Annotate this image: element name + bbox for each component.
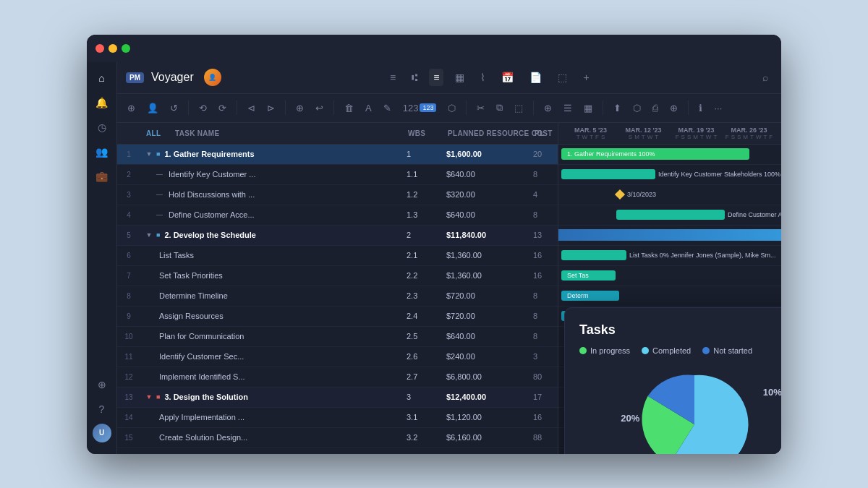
- tb-share-icon[interactable]: ↺: [166, 100, 182, 116]
- row-pl: 3: [529, 352, 558, 361]
- row-task-name: Create Solution Design...: [140, 433, 402, 442]
- tb-col-icon[interactable]: ☰: [559, 100, 576, 116]
- tb-attach-icon[interactable]: ⊕: [665, 100, 682, 116]
- table-row[interactable]: 6 List Tasks 2.1 $1,360.00 16: [117, 246, 558, 266]
- tb-user-icon[interactable]: 👤: [142, 100, 163, 116]
- tb-table-icon[interactable]: ▦: [579, 100, 597, 116]
- table-row[interactable]: 14 Apply Implementation ... 3.1 $1,120.0…: [117, 408, 558, 428]
- tb-paste-icon[interactable]: ⬚: [510, 100, 527, 116]
- table-row[interactable]: 5 ▼ ■ 2. Develop the Schedule 2 $11,840.…: [117, 226, 558, 246]
- tb-copy-icon[interactable]: ⧉: [492, 99, 507, 116]
- task-name: Create Solution Design...: [159, 433, 247, 442]
- nav-doc-icon[interactable]: 📄: [525, 69, 546, 86]
- row-wbs: 3: [402, 393, 442, 401]
- bar-label: List Tasks 0% Jennifer Jones (Sample), M…: [629, 252, 775, 259]
- sidebar-add-icon[interactable]: ⊕: [92, 374, 112, 395]
- sidebar-home-icon[interactable]: ⌂: [92, 68, 112, 88]
- row-cost: $1,360.00: [442, 251, 529, 260]
- left-sidebar: ⌂ 🔔 ◷ 👥 💼 ⊕ ? U: [87, 62, 117, 454]
- tb-unlink-icon[interactable]: ↩: [311, 100, 328, 116]
- table-row[interactable]: 15 Create Solution Design... 3.2 $6,160.…: [117, 428, 558, 448]
- row-wbs: 1: [402, 150, 442, 158]
- row-wbs: 2.3: [402, 291, 442, 300]
- expand-icon[interactable]: ▼: [145, 231, 153, 239]
- minimize-button[interactable]: [109, 44, 117, 53]
- row-wbs: 3.1: [402, 413, 442, 421]
- sidebar-users-icon[interactable]: 👥: [92, 142, 112, 162]
- tb-pencil-icon[interactable]: ✎: [379, 100, 396, 116]
- nav-grid-icon[interactable]: ▦: [451, 69, 469, 86]
- popup-title: Tasks: [579, 322, 781, 338]
- row-number: 8: [117, 292, 140, 300]
- sidebar-briefcase-icon[interactable]: 💼: [92, 166, 112, 187]
- table-row[interactable]: 9 Assign Resources 2.4 $720.00 8: [117, 307, 558, 327]
- tb-row-icon[interactable]: ⊕: [540, 100, 556, 116]
- task-name: Determine Timeline: [159, 291, 228, 300]
- table-row[interactable]: 7 Set Task Priorities 2.2 $1,360.00 16: [117, 266, 558, 286]
- gantt-row: Identify Key Customer Stakeholders 100% …: [558, 165, 781, 185]
- tb-number-icon[interactable]: 123 123: [399, 100, 441, 116]
- row-task-name: Plan for Communication: [140, 332, 402, 341]
- table-row[interactable]: 8 Determine Timeline 2.3 $720.00 8: [117, 286, 558, 307]
- tb-export-icon[interactable]: ⬆: [609, 100, 626, 116]
- th-task: TASK NAME: [169, 129, 402, 137]
- tb-shape-icon[interactable]: ⬡: [443, 100, 460, 116]
- nav-search-icon[interactable]: ⌕: [758, 69, 773, 86]
- row-pl: 88: [529, 433, 558, 442]
- row-number: 9: [117, 312, 140, 320]
- sidebar-clock-icon[interactable]: ◷: [92, 117, 112, 137]
- row-pl: 17: [529, 393, 558, 401]
- tb-redo-icon[interactable]: ⟳: [214, 100, 231, 116]
- row-number: 11: [117, 353, 140, 361]
- main-split: ALL TASK NAME WBS PLANNED RESOURCE COST …: [117, 123, 781, 454]
- top-nav: PM Voyager 👤 ≡ ⑆ ≡ ▦ ⌇ 📅 📄 ⬚ + ⌕: [117, 62, 781, 94]
- row-wbs: 3.3: [402, 453, 442, 454]
- user-avatar-small[interactable]: U: [93, 424, 111, 442]
- row-pl: 16: [529, 413, 558, 421]
- table-row[interactable]: 4 — Define Customer Acce... 1.3 $640.00 …: [117, 205, 558, 226]
- tb-delete-icon[interactable]: 🗑: [340, 100, 358, 116]
- expand-icon[interactable]: ▼: [145, 150, 153, 158]
- tb-link-icon[interactable]: ⊕: [292, 100, 308, 116]
- nav-split-icon[interactable]: ⬚: [553, 69, 571, 86]
- sidebar-help-icon[interactable]: ?: [92, 399, 112, 419]
- nav-bars-icon[interactable]: ⑆: [407, 69, 422, 86]
- fullscreen-button[interactable]: [122, 44, 130, 53]
- table-row[interactable]: 3 — Hold Discussions with ... 1.2 $320.0…: [117, 185, 558, 205]
- table-row[interactable]: 2 — Identify Key Customer ... 1.1 $640.0…: [117, 165, 558, 185]
- row-task-name: List Tasks: [140, 251, 402, 260]
- tb-more-icon[interactable]: ···: [710, 100, 726, 116]
- nav-menu-icon[interactable]: ≡: [386, 69, 400, 86]
- user-avatar[interactable]: 👤: [204, 69, 221, 86]
- table-row[interactable]: 16 Define Product Specifi... 3.3 $3,920.…: [117, 448, 558, 454]
- close-button[interactable]: [95, 44, 104, 53]
- gantt-bar: [558, 229, 781, 241]
- tb-indent-right-icon[interactable]: ⊳: [263, 100, 279, 116]
- tb-text-icon[interactable]: A: [361, 100, 376, 116]
- nav-calendar-icon[interactable]: 📅: [497, 69, 518, 86]
- tb-print-icon[interactable]: ⎙: [648, 100, 663, 116]
- row-pl: 8: [529, 291, 558, 300]
- nav-chart-icon[interactable]: ⌇: [476, 69, 490, 86]
- tb-cut-icon[interactable]: ✂: [472, 100, 489, 116]
- nav-filter-icon[interactable]: ≡: [429, 69, 443, 86]
- sidebar-bell-icon[interactable]: 🔔: [92, 93, 112, 113]
- bar-label: Set Tas: [567, 272, 589, 279]
- nav-plus-icon[interactable]: +: [579, 69, 593, 86]
- expand-icon[interactable]: ▼: [145, 393, 153, 401]
- th-all[interactable]: ALL: [140, 129, 169, 137]
- table-row[interactable]: 10 Plan for Communication 2.5 $640.00 8: [117, 327, 558, 347]
- tb-add-icon[interactable]: ⊕: [123, 100, 140, 116]
- table-row[interactable]: 12 Implement Identified S... 2.7 $6,800.…: [117, 367, 558, 388]
- row-pl: 16: [529, 271, 558, 280]
- tb-import-icon[interactable]: ⬡: [629, 100, 645, 116]
- tb-info-icon[interactable]: ℹ: [694, 100, 707, 116]
- table-row[interactable]: 11 Identify Customer Sec... 2.6 $240.00 …: [117, 347, 558, 367]
- tb-indent-left-icon[interactable]: ⊲: [243, 100, 260, 116]
- table-row[interactable]: 1 ▼ ■ 1. Gather Requirements 1 $1,600.00…: [117, 145, 558, 165]
- task-name: Define Product Specifi...: [159, 453, 244, 454]
- tb-undo-icon[interactable]: ⟲: [195, 100, 211, 116]
- pie-chart: [637, 367, 752, 454]
- table-row[interactable]: 13 ▼ ■ 3. Design the Solution 3 $12,400.…: [117, 388, 558, 408]
- row-cost: $640.00: [442, 170, 529, 179]
